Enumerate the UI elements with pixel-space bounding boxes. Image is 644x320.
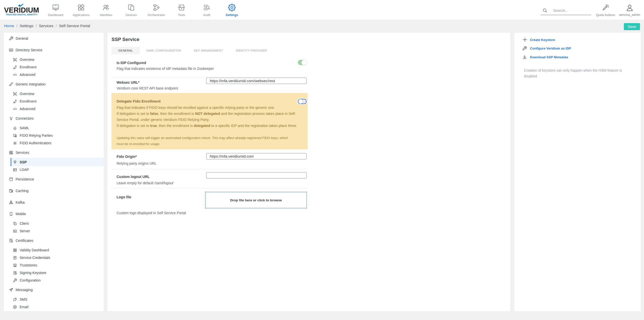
svg-text:AD: AD [10, 49, 12, 51]
